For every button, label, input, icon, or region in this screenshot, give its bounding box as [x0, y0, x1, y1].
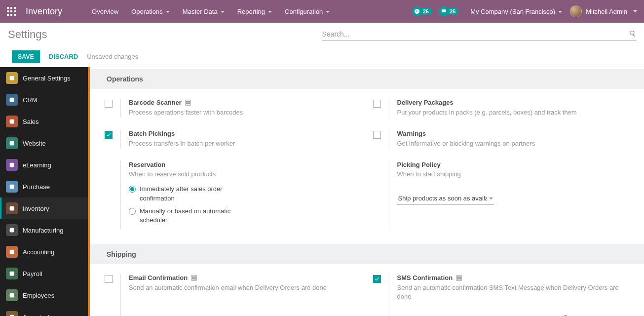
sidebar-item-label: Website — [23, 140, 46, 147]
sidebar-item-manufacturing[interactable]: Manufacturing — [0, 219, 88, 241]
svg-rect-36 — [457, 276, 458, 277]
setting-reservation: Reservation When to reserve sold product… — [105, 158, 361, 235]
section-operations-title: Operations — [90, 69, 644, 89]
svg-rect-0 — [7, 7, 9, 9]
svg-rect-35 — [456, 275, 462, 280]
sidebar-item-appraisal[interactable]: Appraisal — [0, 306, 88, 316]
svg-rect-28 — [191, 275, 197, 280]
checkbox-email-confirmation[interactable] — [105, 275, 113, 283]
sidebar-item-general-settings[interactable]: General Settings — [0, 67, 88, 89]
svg-rect-3 — [7, 10, 9, 12]
brand-title[interactable]: Inventory — [23, 6, 71, 17]
control-panel: Settings — [0, 23, 644, 46]
discard-button[interactable]: DISCARD — [49, 53, 78, 60]
checkbox-barcode[interactable] — [105, 100, 113, 108]
wrench-icon — [6, 224, 18, 236]
reservation-option-manual[interactable]: Manually or based on automatic scheduler — [129, 207, 242, 225]
sidebar-item-inventory[interactable]: Inventory — [0, 198, 88, 219]
nav-master-data[interactable]: Master Data — [177, 1, 230, 22]
company-switcher[interactable]: My Company (San Francisco) — [465, 8, 567, 15]
barcode-title: Barcode Scanner — [129, 99, 182, 106]
sidebar-item-label: Accounting — [23, 248, 54, 256]
systray: 26 25 — [412, 6, 459, 16]
svg-rect-4 — [10, 10, 12, 12]
reservation-title: Reservation — [129, 161, 361, 168]
svg-rect-16 — [10, 228, 14, 233]
external-link-icon[interactable] — [562, 315, 568, 316]
svg-rect-29 — [192, 276, 193, 277]
svg-rect-8 — [14, 14, 16, 16]
svg-rect-38 — [460, 276, 461, 277]
nav-operations[interactable]: Operations — [125, 1, 176, 22]
setting-delivery-packages: Delivery Packages Put your products in p… — [373, 96, 630, 123]
section-shipping-title: Shipping — [90, 244, 644, 264]
sidebar-item-employees[interactable]: Employees — [0, 284, 88, 306]
svg-rect-5 — [14, 10, 16, 12]
warnings-title: Warnings — [397, 130, 426, 137]
avatar — [570, 5, 582, 17]
delivery-packages-desc: Put your products in packs (e.g. parcels… — [397, 108, 630, 117]
svg-rect-11 — [10, 119, 14, 124]
save-button[interactable]: SAVE — [12, 50, 40, 63]
sidebar-item-payroll[interactable]: Payroll — [0, 263, 88, 284]
sidebar-item-elearning[interactable]: eLearning — [0, 154, 88, 176]
book-icon — [6, 159, 18, 171]
svg-rect-7 — [10, 14, 12, 16]
chevron-down-icon — [489, 198, 493, 199]
activity-badge[interactable]: 26 — [412, 6, 432, 16]
sidebar-item-label: Purchase — [23, 183, 50, 191]
topbar: Inventory OverviewOperationsMaster DataR… — [0, 0, 644, 23]
checkbox-delivery-packages[interactable] — [373, 100, 381, 108]
svg-rect-31 — [195, 276, 196, 277]
svg-rect-18 — [10, 272, 14, 276]
sidebar-item-purchase[interactable]: Purchase — [0, 176, 88, 198]
sms-template-select[interactable]: Delivery: Send by SMS Text — [468, 313, 557, 316]
search-box[interactable] — [322, 28, 637, 41]
warnings-desc: Get informative or blocking warnings on … — [397, 139, 630, 148]
svg-rect-22 — [186, 101, 187, 102]
nav-overview[interactable]: Overview — [86, 1, 124, 22]
action-bar: SAVE DISCARD Unsaved changes — [0, 46, 644, 67]
user-menu[interactable]: Mitchell Admin — [567, 5, 640, 17]
globe-icon — [6, 137, 18, 149]
svg-rect-10 — [10, 98, 14, 102]
svg-rect-40 — [458, 278, 459, 279]
sidebar-item-sales[interactable]: Sales — [0, 111, 88, 132]
cart-icon — [6, 181, 18, 193]
checkbox-batch-pickings[interactable] — [105, 131, 113, 139]
messages-badge[interactable]: 25 — [439, 6, 458, 16]
radio-icon — [129, 208, 136, 215]
sidebar-item-label: Appraisal — [23, 314, 49, 316]
svg-rect-17 — [10, 250, 14, 254]
enterprise-icon — [185, 99, 191, 106]
search-button[interactable] — [623, 30, 636, 39]
picking-title: Picking Policy — [397, 161, 630, 168]
sidebar-item-website[interactable]: Website — [0, 132, 88, 154]
search-input[interactable] — [322, 30, 624, 38]
picking-policy-select[interactable]: Ship products as soon as available — [397, 193, 494, 204]
checkbox-warnings[interactable] — [373, 131, 381, 139]
nav-configuration[interactable]: Configuration — [279, 1, 336, 22]
top-nav: OverviewOperationsMaster DataReportingCo… — [86, 1, 336, 22]
svg-rect-2 — [14, 7, 16, 9]
user-name: Mitchell Admin — [586, 8, 627, 15]
settings-sidebar: General SettingsCRMSalesWebsiteeLearning… — [0, 67, 88, 316]
setting-email-confirmation: Email Confirmation Send an automatic con… — [105, 271, 361, 316]
nav-reporting[interactable]: Reporting — [231, 1, 278, 22]
reservation-option-immediate[interactable]: Immediately after sales order confirmati… — [129, 185, 242, 202]
sidebar-item-accounting[interactable]: Accounting — [0, 241, 88, 263]
setting-warnings: Warnings Get informative or blocking war… — [373, 127, 630, 154]
picking-policy-value: Ship products as soon as available — [398, 195, 487, 202]
svg-rect-1 — [10, 7, 12, 9]
checkbox-sms-confirmation[interactable] — [373, 275, 381, 283]
enterprise-icon — [455, 275, 462, 281]
sms-conf-title: SMS Confirmation — [397, 274, 453, 281]
sms-conf-desc: Send an automatic confirmation SMS Text … — [397, 283, 630, 301]
sidebar-item-label: CRM — [23, 96, 38, 104]
sidebar-item-label: General Settings — [23, 75, 71, 82]
sidebar-item-label: Inventory — [23, 205, 49, 212]
search-icon — [629, 30, 636, 37]
sidebar-item-crm[interactable]: CRM — [0, 89, 88, 111]
apps-icon[interactable] — [0, 0, 23, 23]
svg-rect-30 — [193, 276, 194, 277]
